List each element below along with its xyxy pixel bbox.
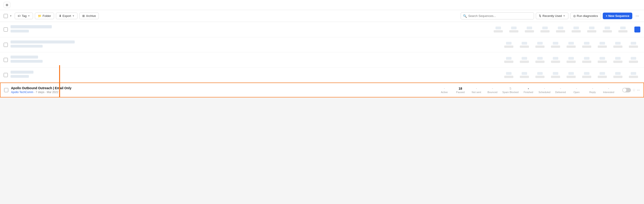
stat-interested: - Interested — [601, 87, 617, 94]
select-dropdown-arrow[interactable]: ▼ — [10, 15, 12, 17]
stat-open: - Open — [568, 87, 585, 94]
blurred-stat — [564, 72, 578, 78]
blurred-stat — [549, 42, 562, 48]
blurred-stat — [538, 26, 552, 32]
row-blurred-stats — [502, 57, 640, 63]
blurred-stat — [533, 72, 547, 78]
blurred-stat — [564, 57, 578, 63]
blurred-stat — [616, 26, 630, 32]
blurred-stat — [522, 26, 536, 32]
diagnostics-icon: ◎ — [573, 14, 576, 18]
stat-open-label: Open — [570, 91, 583, 94]
export-dropdown-arrow: ▼ — [72, 15, 74, 17]
recently-used-label: Recently Used — [542, 14, 562, 18]
tag-button[interactable]: 🏷 Tag ▼ — [15, 12, 33, 19]
blurred-stat — [626, 42, 640, 48]
blurred-stat — [611, 57, 625, 63]
stat-finished-label: Finished — [522, 91, 535, 94]
recently-used-dropdown-arrow: ▼ — [563, 15, 566, 17]
blurred-stat — [518, 72, 531, 78]
row-checkbox[interactable] — [4, 27, 8, 32]
stat-paused-label: Paused — [454, 91, 466, 94]
stat-scheduled-value: - — [538, 87, 551, 90]
toolbar-more-button[interactable]: ··· — [634, 12, 640, 19]
folder-button[interactable]: 📁 Folder — [35, 12, 54, 19]
sequence-toggle[interactable] — [622, 88, 631, 92]
row-more-button[interactable]: ··· — [637, 88, 640, 92]
sequences-table: Apollo Outbound Outreach | Email Only Ap… — [0, 22, 644, 98]
row-blurred-stats — [491, 26, 630, 32]
row-blurred-content — [10, 71, 499, 79]
blurred-stat — [502, 72, 516, 78]
archive-icon: ⊞ — [82, 14, 85, 18]
app-container: ⊞ ▼ 🏷 Tag ▼ 📁 Folder ⬇ Export ▼ ⊞ Archiv… — [0, 0, 644, 98]
stat-spam-value: 5 — [502, 87, 519, 90]
row-checkbox[interactable] — [4, 73, 8, 77]
archive-button[interactable]: ⊞ Archive — [79, 12, 99, 19]
blurred-stat — [491, 26, 505, 32]
blurred-stat — [626, 72, 640, 78]
blurred-stat — [596, 42, 609, 48]
search-input[interactable] — [461, 12, 534, 19]
sequence-steps: 7 steps — [36, 91, 44, 94]
recently-used-button[interactable]: ⇅ Recently Used ▼ — [536, 12, 568, 19]
stat-interested-label: Interested — [602, 91, 615, 94]
row-checkbox[interactable] — [4, 58, 8, 62]
stat-active: - Active — [436, 87, 452, 94]
table-row — [0, 52, 644, 68]
stat-reply-value: - — [586, 87, 599, 90]
export-icon: ⬇ — [59, 14, 62, 18]
star-button[interactable]: ☆ — [632, 88, 636, 92]
blurred-stat — [580, 42, 594, 48]
blurred-stat — [549, 57, 562, 63]
row-checkbox[interactable] — [4, 43, 8, 47]
sequence-date: Mar 2022 — [47, 91, 58, 94]
row-blurred-content — [10, 56, 499, 64]
blurred-stat — [626, 57, 640, 63]
blurred-stat — [554, 26, 568, 32]
stat-delivered-value: - — [554, 87, 567, 90]
stat-not-sent-value: - — [470, 87, 483, 90]
stat-not-sent-label: Not sent — [470, 91, 483, 94]
main-toolbar: ▼ 🏷 Tag ▼ 📁 Folder ⬇ Export ▼ ⊞ Archive … — [0, 10, 644, 22]
blurred-stat — [596, 72, 609, 78]
search-wrapper: 🔍 — [461, 12, 534, 19]
row-blurred-content — [10, 25, 488, 34]
stat-spam-label: Spam Blocked — [502, 91, 519, 94]
sliders-button[interactable]: ⊞ — [4, 2, 10, 8]
sequence-info: Apollo Outbound Outreach | Email Only Ap… — [11, 86, 434, 94]
blurred-stat — [580, 57, 594, 63]
stat-delivered: - Delivered — [552, 87, 568, 94]
folder-icon: 📁 — [38, 14, 42, 18]
sliders-icon: ⊞ — [6, 3, 8, 7]
blurred-stat — [533, 42, 547, 48]
stat-bounced-value: - — [486, 87, 499, 90]
stat-finished: - Finished — [520, 87, 536, 94]
highlighted-sequence-row[interactable]: Apollo Outbound Outreach | Email Only Ap… — [0, 83, 644, 98]
blurred-stat — [585, 26, 598, 32]
blurred-stat — [533, 57, 547, 63]
row-actions: ☆ ··· — [622, 88, 640, 92]
blurred-stat — [502, 57, 516, 63]
new-sequence-button[interactable]: + New Sequence — [603, 12, 632, 19]
row-blurred-content — [10, 40, 499, 49]
row-checkbox[interactable] — [4, 88, 8, 92]
table-row — [0, 37, 644, 52]
blurred-stat — [507, 26, 521, 32]
run-diagnostics-button[interactable]: ◎ Run diagnostics — [570, 12, 601, 19]
sequence-team[interactable]: Apollo TechComm — [11, 91, 33, 94]
tag-icon: 🏷 — [18, 14, 21, 18]
search-icon: 🔍 — [463, 14, 467, 18]
blurred-stat — [518, 57, 531, 63]
stat-spam-blocked: 5 Spam Blocked — [500, 87, 520, 94]
blurred-stat — [518, 42, 531, 48]
blurred-stat — [502, 42, 516, 48]
export-button[interactable]: ⬇ Export ▼ — [56, 12, 78, 19]
stat-active-label: Active — [438, 91, 450, 94]
select-all-checkbox[interactable] — [4, 14, 8, 18]
stat-interested-value: - — [602, 87, 615, 90]
sequence-separator2: · — [45, 91, 47, 94]
stat-open-value: - — [570, 87, 583, 90]
stat-reply: - Reply — [585, 87, 601, 94]
table-row — [0, 68, 644, 83]
